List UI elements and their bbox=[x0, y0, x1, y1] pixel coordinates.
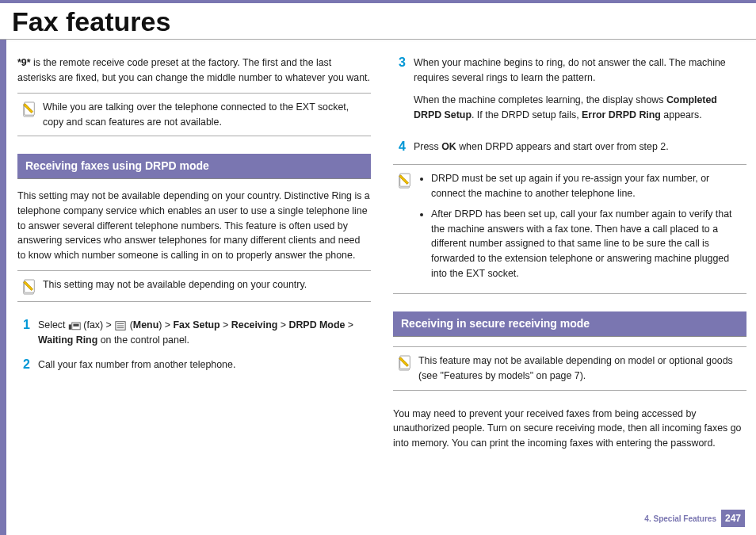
step-3-line1: When your machine begins to ring, do not… bbox=[414, 55, 746, 85]
step-2-text: Call your fax number from another teleph… bbox=[38, 357, 371, 373]
step-number: 1 bbox=[17, 318, 30, 331]
left-accent-stripe bbox=[0, 40, 6, 535]
note-text: This setting may not be available depend… bbox=[43, 277, 366, 292]
note-list: DRPD must be set up again if you re-assi… bbox=[418, 171, 742, 287]
note-icon bbox=[398, 173, 412, 189]
step-3-line2: When the machine completes learning, the… bbox=[414, 93, 746, 122]
secure-description: You may need to prevent your received fa… bbox=[393, 407, 746, 451]
menu-icon bbox=[114, 320, 127, 331]
chapter-label: 4. Special Features bbox=[644, 514, 716, 523]
step-1-text: Select (fax) > (Menu) > Fax Setup > Rece… bbox=[38, 318, 371, 347]
content-columns: *9* is the remote receive code preset at… bbox=[0, 40, 756, 458]
note-icon bbox=[398, 355, 412, 371]
step-1: 1 Select (fax) > (Menu) > Fax Setup > Re… bbox=[17, 318, 371, 347]
page-title: Fax features bbox=[12, 6, 756, 39]
drpd-description: This setting may not be available depend… bbox=[17, 189, 371, 262]
svg-rect-4 bbox=[69, 325, 71, 330]
step-3-text: When your machine begins to ring, do not… bbox=[414, 55, 746, 130]
step-4: 4 Press OK when DRPD appears and start o… bbox=[393, 139, 746, 155]
note-text: This feature may not be available depend… bbox=[418, 353, 742, 383]
right-column: 3 When your machine begins to ring, do n… bbox=[393, 55, 746, 458]
note-icon bbox=[22, 101, 36, 117]
note-item: DRPD must be set up again if you re-assi… bbox=[431, 171, 742, 201]
page-header: Fax features bbox=[0, 0, 756, 39]
svg-rect-6 bbox=[73, 324, 78, 327]
note-box-feature-availability: This feature may not be available depend… bbox=[393, 346, 746, 390]
note-text: While you are talking over the telephone… bbox=[43, 100, 366, 129]
intro-paragraph: *9* is the remote receive code preset at… bbox=[17, 55, 371, 85]
note-box-ext-socket: While you are talking over the telephone… bbox=[17, 93, 371, 136]
note-box-country: This setting may not be available depend… bbox=[17, 270, 371, 302]
step-2: 2 Call your fax number from another tele… bbox=[17, 357, 371, 373]
note-icon bbox=[22, 279, 36, 295]
step-number: 2 bbox=[17, 357, 30, 371]
step-4-text: Press OK when DRPD appears and start ove… bbox=[414, 139, 746, 155]
page-number: 247 bbox=[721, 510, 745, 527]
note-box-drpd-setup: DRPD must be set up again if you re-assi… bbox=[393, 164, 746, 294]
step-number: 4 bbox=[393, 139, 406, 153]
left-column: *9* is the remote receive code preset at… bbox=[17, 55, 371, 458]
intro-text: is the remote receive code preset at the… bbox=[17, 57, 370, 83]
step-3: 3 When your machine begins to ring, do n… bbox=[393, 55, 746, 130]
note-item: After DRPD has been set up, call your fa… bbox=[431, 207, 742, 281]
section-heading-drpd: Receiving faxes using DRPD mode bbox=[17, 154, 371, 179]
section-heading-secure: Receiving in secure receiving mode bbox=[393, 311, 746, 337]
step-number: 3 bbox=[393, 55, 406, 69]
preset-code: *9* bbox=[17, 57, 31, 68]
fax-icon bbox=[68, 320, 81, 331]
page-footer: 4. Special Features 247 bbox=[644, 510, 745, 527]
